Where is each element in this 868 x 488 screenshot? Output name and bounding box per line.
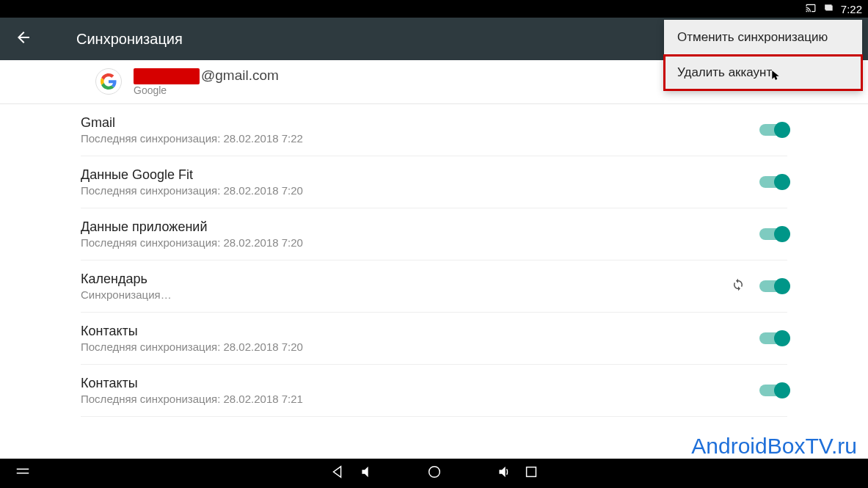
sync-toggle[interactable] [759, 228, 787, 240]
account-provider: Google [134, 84, 279, 96]
sync-in-progress-icon [732, 278, 745, 294]
sync-item-subtitle: Последняя синхронизация: 28.02.2018 7:20 [81, 184, 303, 197]
sync-item-subtitle: Последняя синхронизация: 28.02.2018 7:21 [81, 393, 303, 405]
sync-toggle[interactable] [759, 280, 787, 292]
nav-drawer-icon[interactable] [15, 464, 31, 483]
watermark: AndroidBoxTV.ru [691, 434, 857, 459]
sync-toggle[interactable] [759, 332, 787, 344]
sync-item-subtitle: Последняя синхронизация: 28.02.2018 7:22 [81, 132, 303, 145]
menu-delete-account[interactable]: Удалить аккаунт [664, 55, 862, 90]
sync-item[interactable]: Данные Google FitПоследняя синхронизация… [81, 156, 787, 208]
nav-back-icon[interactable] [329, 464, 346, 483]
content-area: @gmail.com Google GmailПоследняя синхрон… [0, 60, 868, 459]
sync-item[interactable]: GmailПоследняя синхронизация: 28.02.2018… [81, 104, 787, 156]
google-logo-icon [95, 68, 122, 95]
sync-toggle[interactable] [759, 176, 787, 188]
svg-point-0 [428, 467, 440, 478]
sync-item-name: Данные Google Fit [81, 167, 303, 183]
account-email: @gmail.com [134, 68, 279, 84]
nav-home-icon[interactable] [426, 464, 442, 483]
sync-item-name: Календарь [81, 272, 172, 287]
sync-item-name: Контакты [81, 376, 303, 391]
nav-bar [0, 459, 868, 488]
sync-item-name: Gmail [81, 115, 303, 131]
nav-recent-icon[interactable] [523, 464, 539, 483]
sync-item[interactable]: КонтактыПоследняя синхронизация: 28.02.2… [81, 313, 787, 365]
status-bar: 7:22 [0, 0, 868, 18]
sync-item-subtitle: Последняя синхронизация: 28.02.2018 7:20 [81, 236, 303, 249]
sync-item-subtitle: Синхронизация… [81, 288, 172, 301]
menu-delete-account-label: Удалить аккаунт [677, 65, 772, 79]
overflow-menu: Отменить синхронизацию Удалить аккаунт [664, 20, 862, 90]
cast-icon [804, 3, 817, 15]
redacted-name [134, 68, 200, 84]
sync-item[interactable]: Данные приложенийПоследняя синхронизация… [81, 208, 787, 261]
sync-list: GmailПоследняя синхронизация: 28.02.2018… [0, 104, 868, 417]
page-title: Синхронизация [76, 31, 183, 48]
cursor-icon [770, 68, 781, 85]
svg-rect-1 [526, 467, 536, 477]
windows-icon [823, 3, 835, 15]
sync-toggle[interactable] [759, 385, 787, 396]
menu-cancel-sync[interactable]: Отменить синхронизацию [664, 20, 862, 55]
sync-item-name: Данные приложений [81, 219, 303, 235]
sync-toggle[interactable] [759, 124, 787, 136]
sync-item[interactable]: КалендарьСинхронизация… [81, 261, 787, 313]
account-email-suffix: @gmail.com [201, 68, 279, 83]
sync-item[interactable]: КонтактыПоследняя синхронизация: 28.02.2… [81, 365, 787, 417]
back-button[interactable] [15, 29, 32, 49]
sync-item-name: Контакты [81, 324, 303, 339]
status-time: 7:22 [841, 3, 862, 15]
sync-item-subtitle: Последняя синхронизация: 28.02.2018 7:20 [81, 340, 303, 353]
